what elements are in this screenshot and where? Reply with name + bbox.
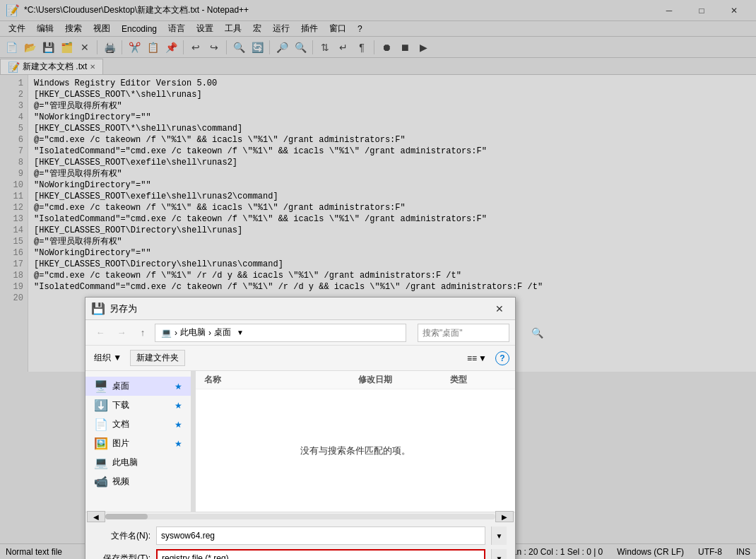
column-header-type[interactable]: 类型: [450, 374, 507, 386]
search-icon: 🔍: [531, 327, 543, 339]
file-sidebar: 🖥️ 桌面 ★ ⬇️ 下载 ★ 📄 文档 ★ 🖼️ 图片 ★ 💻 此电脑: [85, 371, 191, 512]
sidebar-label-this-pc: 此电脑: [112, 457, 138, 469]
file-list: 没有与搜索条件匹配的项。: [196, 389, 515, 512]
sidebar-pin-documents: ★: [175, 420, 182, 430]
pictures-icon: 🖼️: [94, 437, 108, 450]
empty-message: 没有与搜索条件匹配的项。: [300, 445, 411, 457]
sidebar-label-documents: 文档: [112, 418, 129, 430]
help-button[interactable]: ?: [495, 351, 509, 365]
sidebar-item-videos[interactable]: 📹 视频: [85, 472, 191, 491]
organize-button[interactable]: 组织 ▼: [91, 351, 124, 365]
filetype-label: 保存类型(T):: [94, 553, 150, 560]
breadcrumb-separator2: ›: [208, 328, 211, 338]
new-folder-label: 新建文件夹: [136, 352, 179, 364]
sidebar-pin-downloads: ★: [175, 401, 182, 411]
sidebar-label-videos: 视频: [112, 476, 129, 488]
videos-icon: 📹: [94, 475, 108, 488]
sidebar-label-desktop: 桌面: [112, 380, 129, 392]
column-header-name[interactable]: 名称: [204, 374, 358, 386]
filename-dropdown-button[interactable]: ▼: [491, 526, 507, 545]
breadcrumb-computer-icon: 💻: [161, 328, 172, 338]
nav-forward-button[interactable]: →: [112, 324, 131, 342]
scrollbar-thumb[interactable]: [105, 514, 148, 519]
filetype-row: 保存类型(T): ▼: [94, 549, 507, 559]
dialog-title-left: 💾 另存为: [91, 302, 137, 315]
filename-input-wrapper: [156, 526, 485, 545]
search-input[interactable]: [423, 328, 528, 338]
this-pc-icon: 💻: [94, 456, 108, 469]
filename-label: 文件名(N):: [94, 530, 150, 542]
sidebar-item-this-pc[interactable]: 💻 此电脑: [85, 453, 191, 472]
scrollbar-track: [105, 514, 495, 519]
breadcrumb-bar[interactable]: 💻 › 此电脑 › 桌面 ▼: [155, 324, 406, 342]
horizontal-scrollbar[interactable]: ◀ ▶: [85, 512, 515, 521]
sidebar-label-downloads: 下载: [112, 399, 129, 411]
breadcrumb-desktop: 桌面: [214, 326, 231, 339]
saveas-dialog: 💾 另存为 ✕ ← → ↑ 💻 › 此电脑 › 桌面 ▼ 🔍 组织 ▼ 新建文件…: [85, 297, 516, 559]
file-area: 名称 修改日期 类型 没有与搜索条件匹配的项。: [196, 371, 515, 512]
dialog-titlebar: 💾 另存为 ✕: [85, 298, 515, 320]
filetype-dropdown-button[interactable]: ▼: [491, 549, 507, 559]
sidebar-item-desktop[interactable]: 🖥️ 桌面 ★: [85, 377, 191, 396]
scroll-right-button[interactable]: ▶: [495, 511, 514, 522]
organize-label: 组织 ▼: [94, 352, 122, 364]
filename-row: 文件名(N): ▼: [94, 526, 507, 545]
new-folder-button[interactable]: 新建文件夹: [130, 350, 185, 366]
breadcrumb-separator1: ›: [175, 328, 177, 338]
breadcrumb-dropdown-icon[interactable]: ▼: [237, 329, 244, 336]
view-button[interactable]: ≡≡ ▼: [464, 352, 490, 365]
file-list-header: 名称 修改日期 类型: [196, 371, 515, 389]
sidebar-item-documents[interactable]: 📄 文档 ★: [85, 415, 191, 434]
dialog-title-text: 另存为: [110, 302, 137, 315]
filetype-input-wrapper: [156, 549, 485, 559]
downloads-icon: ⬇️: [94, 399, 108, 412]
documents-icon: 📄: [94, 418, 108, 431]
nav-up-button[interactable]: ↑: [134, 324, 152, 342]
dialog-close-button[interactable]: ✕: [490, 299, 509, 319]
dialog-save-icon: 💾: [91, 302, 105, 315]
filetype-input[interactable]: [158, 551, 484, 559]
filename-input[interactable]: [157, 527, 485, 544]
sidebar-item-downloads[interactable]: ⬇️ 下载 ★: [85, 396, 191, 415]
dialog-toolbar: 组织 ▼ 新建文件夹 ≡≡ ▼ ?: [85, 346, 515, 371]
dialog-content: 🖥️ 桌面 ★ ⬇️ 下载 ★ 📄 文档 ★ 🖼️ 图片 ★ 💻 此电脑: [85, 371, 515, 512]
sidebar-item-pictures[interactable]: 🖼️ 图片 ★: [85, 434, 191, 453]
sidebar-label-pictures: 图片: [112, 437, 129, 449]
sidebar-pin-desktop: ★: [175, 382, 182, 392]
breadcrumb-this-pc: 此电脑: [180, 326, 206, 339]
scroll-left-button[interactable]: ◀: [87, 511, 105, 522]
desktop-icon: 🖥️: [94, 379, 108, 393]
sidebar-pin-pictures: ★: [175, 439, 182, 449]
nav-back-button[interactable]: ←: [91, 324, 110, 342]
dialog-form: 文件名(N): ▼ 保存类型(T): ▼ 保存(S) 取消: [85, 521, 515, 559]
dialog-navbar: ← → ↑ 💻 › 此电脑 › 桌面 ▼ 🔍: [85, 320, 515, 346]
search-box[interactable]: 🔍: [418, 324, 509, 342]
view-icon: ≡≡: [467, 353, 477, 363]
column-header-date[interactable]: 修改日期: [358, 374, 450, 386]
view-dropdown-icon: ▼: [478, 353, 487, 363]
